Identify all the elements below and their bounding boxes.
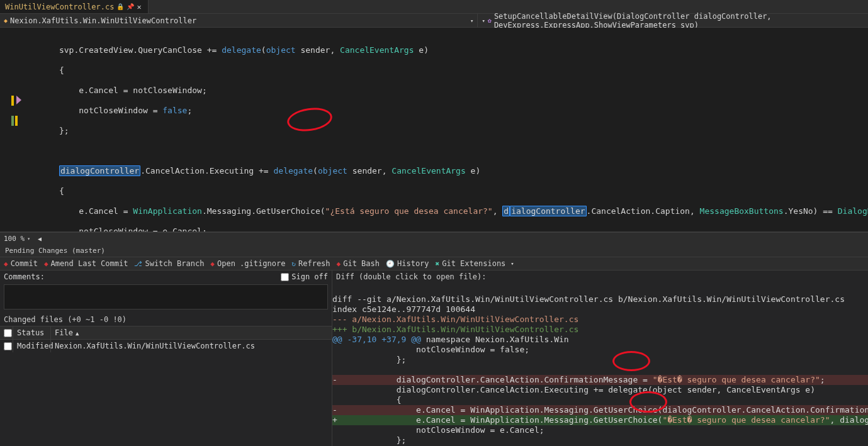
diff-viewer[interactable]: diff --git a/Nexion.XafUtils.Win/WinUtil…: [332, 283, 868, 446]
pin-icon[interactable]: 📌: [127, 3, 134, 10]
chevron-down-icon[interactable]: ▾: [27, 236, 30, 242]
panel-title: Pending Changes (master): [0, 245, 868, 257]
history-button[interactable]: 🕘History: [386, 259, 429, 268]
diff-line: notCloseWindow = false;: [332, 345, 529, 354]
switch-branch-button[interactable]: ⎇Switch Branch: [134, 259, 204, 268]
diff-line: {: [332, 395, 402, 404]
chevron-down-icon: ▾: [510, 260, 514, 267]
bash-icon: ◆: [337, 260, 341, 268]
diff-section: Diff (double click to open file): diff -…: [332, 270, 868, 446]
chevron-down-icon: ▾: [482, 18, 485, 24]
code-text: svp.CreatedView.QueryCanClose +=: [0, 45, 222, 55]
changed-file-row[interactable]: Modified Nexion.XafUtils.Win/WinUtilView…: [0, 340, 332, 352]
sort-asc-icon: ▲: [76, 330, 79, 337]
amend-button[interactable]: ◆Amend Last Commit: [44, 259, 128, 268]
diff-removed-line: - dialogController.CancelAction.Confirma…: [332, 375, 868, 385]
sign-off-checkbox[interactable]: [281, 273, 289, 281]
diff-line: };: [332, 435, 406, 445]
zoom-level[interactable]: 100 %: [4, 235, 25, 243]
open-gitignore-button[interactable]: ◆Open .gitignore: [210, 259, 285, 268]
git-bash-button[interactable]: ◆Git Bash: [337, 259, 380, 268]
commit-message-input[interactable]: [4, 284, 328, 309]
type-name: Nexion.XafUtils.Win.WinUtilViewControlle…: [10, 16, 196, 25]
diff-line: +++ b/Nexion.XafUtils.Win/WinUtilViewCon…: [332, 325, 578, 334]
diff-removed-line: - e.Cancel = WinApplication.Messaging.Ge…: [332, 405, 868, 415]
commit-section: Comments: Sign off Changed files (+0 ~1 …: [0, 270, 332, 446]
chevron-down-icon: ▾: [470, 18, 473, 24]
code-keyword: delegate: [222, 45, 261, 55]
refresh-icon: ↻: [291, 260, 296, 268]
type-dropdown[interactable]: ◆ Nexion.XafUtils.Win.WinUtilViewControl…: [0, 14, 477, 27]
amend-icon: ◆: [44, 260, 48, 268]
diff-line: dialogController.CancelAction.Executing …: [332, 385, 815, 394]
lock-icon: 🔒: [116, 3, 124, 10]
gitignore-icon: ◆: [210, 260, 215, 268]
pending-changes-panel: Pending Changes (master) ◆Commit ◆Amend …: [0, 245, 868, 446]
diff-line: };: [332, 355, 406, 364]
file-label: WinUtilViewController.cs: [5, 3, 114, 11]
commit-button[interactable]: ◆Commit: [4, 259, 38, 268]
selection: dialogController: [59, 165, 140, 176]
scroll-left-icon[interactable]: ◀: [38, 235, 42, 242]
file-column-header[interactable]: File▲: [50, 326, 332, 339]
diff-added-line: + e.Cancel = WinApplication.Messaging.Ge…: [332, 415, 868, 425]
refresh-button[interactable]: ↻Refresh: [291, 259, 330, 268]
file-path: Nexion.XafUtils.Win/WinUtilViewControlle…: [50, 340, 332, 352]
close-icon[interactable]: ✕: [137, 3, 141, 11]
git-extensions-button[interactable]: ✖Git Extensions▾: [436, 259, 514, 268]
diff-line: [332, 365, 337, 374]
class-icon: ◆: [4, 17, 8, 24]
document-tab[interactable]: WinUtilViewController.cs 🔒 📌 ✕: [0, 0, 149, 13]
select-all-checkbox[interactable]: [4, 329, 12, 337]
file-grid-header: Status File▲: [0, 326, 332, 340]
comments-label: Comments:: [4, 272, 45, 281]
git-toolbar: ◆Commit ◆Amend Last Commit ⎇Switch Branc…: [0, 257, 868, 270]
diff-line: index c5e124e..977747d 100644: [332, 304, 475, 314]
status-column-header[interactable]: Status: [13, 326, 50, 339]
member-dropdown[interactable]: ▾ ✿ SetupCancellableDetailView(DialogCon…: [477, 14, 868, 27]
diff-header: Diff (double click to open file):: [332, 270, 868, 283]
member-name: SetupCancellableDetailView(DialogControl…: [494, 12, 864, 30]
history-icon: 🕘: [386, 260, 395, 268]
branch-icon: ⎇: [134, 260, 142, 268]
diff-line: diff --git a/Nexion.XafUtils.Win/WinUtil…: [332, 294, 845, 304]
zoom-bar: 100 % ▾ ◀: [0, 232, 868, 245]
selection: ialogController: [510, 206, 586, 216]
method-icon: ✿: [488, 17, 492, 24]
diff-line: notCloseWindow = e.Cancel;: [332, 425, 544, 435]
sign-off-label: Sign off: [291, 272, 328, 281]
file-status: Modified: [13, 340, 50, 352]
gitext-icon: ✖: [436, 260, 440, 268]
changed-files-header: Changed files (+0 ~1 -0 !0): [0, 313, 332, 326]
diff-line: --- a/Nexion.XafUtils.Win/WinUtilViewCon…: [332, 315, 578, 324]
code-editor[interactable]: svp.CreatedView.QueryCanClose += delegat…: [0, 28, 868, 232]
file-checkbox[interactable]: [4, 342, 12, 350]
commit-icon: ◆: [4, 260, 8, 268]
code-nav-bar: ◆ Nexion.XafUtils.Win.WinUtilViewControl…: [0, 14, 868, 28]
diff-hunk: @@ -37,10 +37,9 @@: [332, 335, 421, 344]
code-body[interactable]: svp.CreatedView.QueryCanClose += delegat…: [0, 28, 868, 231]
string-literal: "¿Está seguro que desea cancelar?": [325, 206, 493, 216]
